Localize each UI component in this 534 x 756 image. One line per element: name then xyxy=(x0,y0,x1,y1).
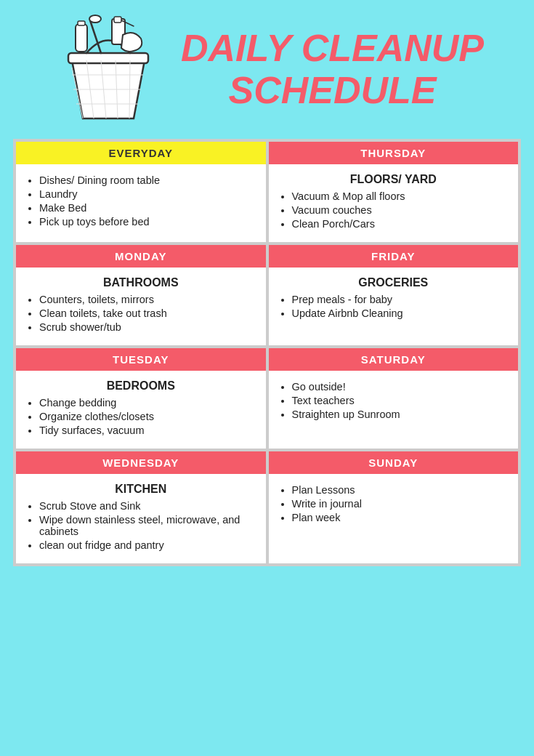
subtitle-friday: GROCERIES xyxy=(279,276,509,289)
list-item: Text teachers xyxy=(292,395,509,406)
list-monday: Counters, toilets, mirrorsClean toilets,… xyxy=(26,294,256,333)
header-wednesday: WEDNESDAY xyxy=(16,451,266,474)
list-item: Tidy surfaces, vacuum xyxy=(39,425,256,436)
content-everyday: Dishes/ Dining room tableLaundryMake Bed… xyxy=(16,164,266,240)
subtitle-thursday: FLOORS/ YARD xyxy=(279,173,509,186)
list-item: Update Airbnb Cleaning xyxy=(292,307,509,319)
content-friday: GROCERIESPrep meals - for babyUpdate Air… xyxy=(269,268,519,331)
cleaning-bucket-illustration xyxy=(50,13,166,126)
cell-everyday: EVERYDAYDishes/ Dining room tableLaundry… xyxy=(15,140,267,244)
list-everyday: Dishes/ Dining room tableLaundryMake Bed… xyxy=(26,174,256,228)
list-item: Vacuum & Mop all floors xyxy=(292,190,509,202)
list-item: Laundry xyxy=(39,188,256,200)
list-item: Make Bed xyxy=(39,202,256,214)
svg-rect-14 xyxy=(76,24,87,52)
list-item: Straighten up Sunroom xyxy=(292,409,509,420)
list-saturday: Go outside!Text teachersStraighten up Su… xyxy=(279,381,509,420)
header-friday: FRIDAY xyxy=(269,245,519,268)
list-item: Scrub shower/tub xyxy=(39,321,256,333)
page-title: DAILY CLEANUP SCHEDULE xyxy=(181,28,484,110)
page-header: DAILY CLEANUP SCHEDULE xyxy=(13,13,521,126)
header-sunday: SUNDAY xyxy=(269,451,519,474)
header-tuesday: TUESDAY xyxy=(16,348,266,371)
list-item: Counters, toilets, mirrors xyxy=(39,294,256,305)
content-wednesday: KITCHENScrub Stove and SinkWipe down sta… xyxy=(16,474,266,563)
list-item: Plan Lessons xyxy=(292,484,509,496)
subtitle-tuesday: BEDROOMS xyxy=(26,379,256,393)
list-friday: Prep meals - for babyUpdate Airbnb Clean… xyxy=(279,294,509,319)
cell-saturday: SATURDAYGo outside!Text teachersStraight… xyxy=(267,347,520,450)
cell-wednesday: WEDNESDAYKITCHENScrub Stove and SinkWipe… xyxy=(15,450,267,565)
header-everyday: EVERYDAY xyxy=(16,142,266,164)
list-item: Wipe down stainless steel, microwave, an… xyxy=(39,514,256,537)
content-thursday: FLOORS/ YARDVacuum & Mop all floorsVacuu… xyxy=(269,164,519,242)
list-item: Pick up toys before bed xyxy=(39,216,256,228)
list-tuesday: Change beddingOrganize clothes/closetsTi… xyxy=(26,397,256,436)
svg-rect-1 xyxy=(68,53,148,63)
svg-rect-15 xyxy=(78,21,85,25)
cell-friday: FRIDAYGROCERIESPrep meals - for babyUpda… xyxy=(267,244,520,347)
cell-thursday: THURSDAYFLOORS/ YARDVacuum & Mop all flo… xyxy=(267,140,520,244)
list-item: Prep meals - for baby xyxy=(292,294,509,305)
header-thursday: THURSDAY xyxy=(269,142,519,164)
list-item: Change bedding xyxy=(39,397,256,409)
svg-point-13 xyxy=(89,15,101,23)
subtitle-wednesday: KITCHEN xyxy=(26,483,256,496)
content-sunday: Plan LessonsWrite in journalPlan week xyxy=(269,474,519,536)
header-monday: MONDAY xyxy=(16,245,266,268)
content-monday: BATHROOMSCounters, toilets, mirrorsClean… xyxy=(16,268,266,345)
list-item: Go outside! xyxy=(292,381,509,393)
schedule-grid: EVERYDAYDishes/ Dining room tableLaundry… xyxy=(13,139,521,566)
list-item: Clean toilets, take out trash xyxy=(39,307,256,319)
list-item: Plan week xyxy=(292,512,509,523)
svg-rect-11 xyxy=(114,17,121,23)
list-item: Write in journal xyxy=(292,498,509,510)
list-item: Scrub Stove and Sink xyxy=(39,500,256,512)
title-block: DAILY CLEANUP SCHEDULE xyxy=(181,28,484,110)
list-sunday: Plan LessonsWrite in journalPlan week xyxy=(279,484,509,523)
list-wednesday: Scrub Stove and SinkWipe down stainless … xyxy=(26,500,256,551)
list-item: clean out fridge and pantry xyxy=(39,539,256,551)
cell-monday: MONDAYBATHROOMSCounters, toilets, mirror… xyxy=(15,244,267,347)
list-item: Organize clothes/closets xyxy=(39,411,256,422)
content-tuesday: BEDROOMSChange beddingOrganize clothes/c… xyxy=(16,371,266,449)
header-saturday: SATURDAY xyxy=(269,348,519,371)
list-item: Vacuum couches xyxy=(292,204,509,216)
subtitle-monday: BATHROOMS xyxy=(26,276,256,289)
cell-tuesday: TUESDAYBEDROOMSChange beddingOrganize cl… xyxy=(15,347,267,450)
list-item: Clean Porch/Cars xyxy=(292,218,509,230)
list-thursday: Vacuum & Mop all floorsVacuum couchesCle… xyxy=(279,190,509,230)
cell-sunday: SUNDAYPlan LessonsWrite in journalPlan w… xyxy=(267,450,520,565)
list-item: Dishes/ Dining room table xyxy=(39,174,256,186)
content-saturday: Go outside!Text teachersStraighten up Su… xyxy=(269,371,519,433)
